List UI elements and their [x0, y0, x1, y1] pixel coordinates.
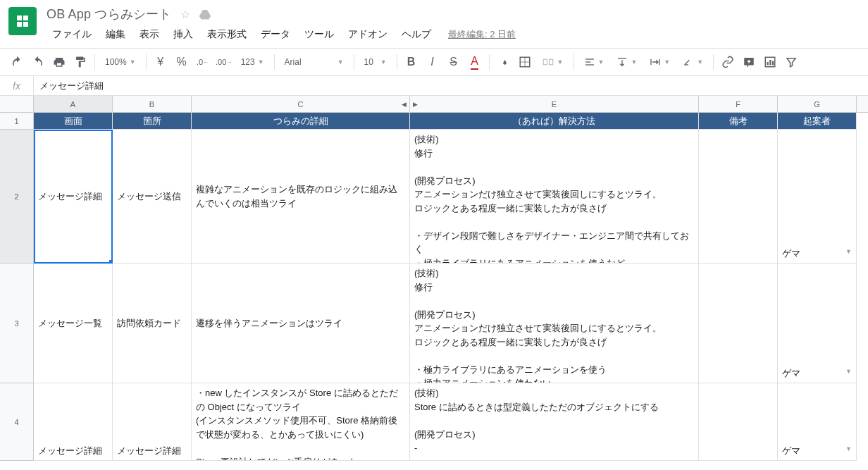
number-format-dropdown[interactable]: 123▼ — [235, 52, 270, 72]
paint-format-button[interactable] — [70, 52, 90, 72]
cell-A2[interactable]: メッセージ詳細 — [34, 130, 113, 264]
formula-bar: fx メッセージ詳細 — [0, 76, 868, 96]
rotate-button[interactable]: ▼ — [677, 52, 709, 72]
insert-comment-button[interactable] — [739, 52, 759, 72]
currency-button[interactable]: ¥ — [151, 52, 170, 72]
cell-G4[interactable]: ゲマ▼ — [778, 383, 857, 461]
star-icon[interactable]: ☆ — [180, 8, 190, 21]
col-head-C[interactable]: C◀ — [192, 96, 410, 112]
row-head-2[interactable]: 2 — [0, 130, 34, 264]
header-remarks[interactable]: 備考 — [699, 113, 778, 130]
cell-A3[interactable]: メッセージ一覧 — [34, 264, 113, 383]
col-head-E[interactable]: ▶E — [410, 96, 699, 112]
dropdown-icon[interactable]: ▼ — [845, 445, 852, 452]
cell-E3[interactable]: (技術) 修行 (開発プロセス) アニメーションだけ独立させて実装後回しにすると… — [410, 264, 699, 383]
cell-B2[interactable]: メッセージ送信 — [113, 130, 192, 264]
header-proposer[interactable]: 起案者 — [778, 113, 857, 130]
dropdown-icon[interactable]: ▼ — [845, 368, 852, 375]
svg-rect-8 — [549, 59, 552, 65]
menu-addons[interactable]: アドオン — [342, 25, 393, 44]
font-size-dropdown[interactable]: 10▼ — [359, 52, 392, 72]
header-solution[interactable]: （あれば）解決方法 — [410, 113, 699, 130]
halign-button[interactable]: ▼ — [578, 52, 610, 72]
cell-B4[interactable]: メッセージ詳細 — [113, 383, 192, 461]
menu-tools[interactable]: ツール — [299, 25, 340, 44]
cell-C4[interactable]: ・new したインスタンスが Store に詰めるとただの Object になっ… — [192, 383, 410, 461]
fill-color-button[interactable] — [494, 52, 514, 72]
row-head-3[interactable]: 3 — [0, 264, 34, 383]
menu-data[interactable]: データ — [255, 25, 296, 44]
col-head-A[interactable]: A — [34, 96, 113, 112]
valign-button[interactable]: ▼ — [611, 52, 643, 72]
svg-rect-19 — [767, 62, 769, 66]
cell-C2[interactable]: 複雑なアニメーションを既存のロジックに組み込んでいくのは相当ツライ — [192, 130, 410, 264]
insert-link-button[interactable] — [718, 52, 738, 72]
menu-format[interactable]: 表示形式 — [202, 25, 252, 44]
col-collapse-left-icon[interactable]: ◀ — [402, 101, 407, 108]
toolbar: 100%▼ ¥ % .0← .00→ 123▼ Arial▼ 10▼ B I S… — [0, 48, 868, 76]
col-head-F[interactable]: F — [699, 96, 778, 112]
insert-chart-button[interactable] — [760, 52, 780, 72]
print-button[interactable] — [49, 52, 69, 72]
merge-cells-button[interactable]: ▼ — [536, 52, 569, 72]
menu-file[interactable]: ファイル — [46, 25, 97, 44]
increase-decimal-button[interactable]: .00→ — [214, 52, 234, 72]
filter-button[interactable] — [781, 52, 801, 72]
menu-bar: ファイル 編集 表示 挿入 表示形式 データ ツール アドオン ヘルプ 最終編集… — [46, 25, 860, 44]
col-collapse-right-icon[interactable]: ▶ — [413, 101, 418, 108]
cell-G3[interactable]: ゲマ▼ — [778, 264, 857, 383]
row-head-1[interactable]: 1 — [0, 113, 34, 130]
formula-input[interactable]: メッセージ詳細 — [34, 80, 109, 92]
col-head-G[interactable]: G — [778, 96, 857, 112]
cell-F3[interactable] — [699, 264, 778, 383]
doc-title[interactable]: OB App つらみシート — [46, 6, 172, 23]
select-all-corner[interactable] — [0, 96, 34, 112]
cell-E2[interactable]: (技術) 修行 (開発プロセス) アニメーションだけ独立させて実装後回しにすると… — [410, 130, 699, 264]
svg-rect-21 — [772, 61, 774, 66]
percent-button[interactable]: % — [172, 52, 192, 72]
svg-rect-7 — [543, 59, 547, 65]
menu-insert[interactable]: 挿入 — [168, 25, 199, 44]
col-head-B[interactable]: B — [113, 96, 192, 112]
header-screen[interactable]: 画面 — [34, 113, 113, 130]
svg-rect-20 — [769, 60, 771, 66]
header-details[interactable]: つらみの詳細 — [192, 113, 410, 130]
wrap-button[interactable]: ▼ — [644, 52, 676, 72]
cell-F4[interactable] — [699, 383, 778, 461]
font-dropdown[interactable]: Arial▼ — [279, 52, 349, 72]
cell-E4[interactable]: (技術) Store に詰めるときは型定義したただのオブジェクトにする (開発プ… — [410, 383, 699, 461]
last-edit-link[interactable]: 最終編集: 2 日前 — [448, 28, 516, 41]
italic-button[interactable]: I — [423, 52, 442, 72]
undo-button[interactable] — [7, 52, 27, 72]
cell-B3[interactable]: 訪問依頼カード — [113, 264, 192, 383]
cell-A4[interactable]: メッセージ詳細 — [34, 383, 113, 461]
cell-G2[interactable]: ゲマ▼ — [778, 130, 857, 264]
decrease-decimal-button[interactable]: .0← — [193, 52, 213, 72]
header-location[interactable]: 箇所 — [113, 113, 192, 130]
bold-button[interactable]: B — [402, 52, 421, 72]
redo-button[interactable] — [28, 52, 48, 72]
row-head-4[interactable]: 4 — [0, 383, 34, 461]
text-color-button[interactable]: A — [465, 52, 485, 72]
fx-icon: fx — [0, 76, 34, 95]
strikethrough-button[interactable]: S — [444, 52, 464, 72]
zoom-dropdown[interactable]: 100%▼ — [99, 52, 142, 72]
menu-help[interactable]: ヘルプ — [396, 25, 437, 44]
cell-F2[interactable] — [699, 130, 778, 264]
sheets-logo[interactable] — [8, 7, 37, 35]
menu-view[interactable]: 表示 — [134, 25, 165, 44]
dropdown-icon[interactable]: ▼ — [845, 248, 852, 255]
move-to-drive-icon[interactable] — [199, 8, 211, 20]
borders-button[interactable] — [515, 52, 535, 72]
menu-edit[interactable]: 編集 — [100, 25, 131, 44]
cell-C3[interactable]: 遷移を伴うアニメーションはツライ — [192, 264, 410, 383]
